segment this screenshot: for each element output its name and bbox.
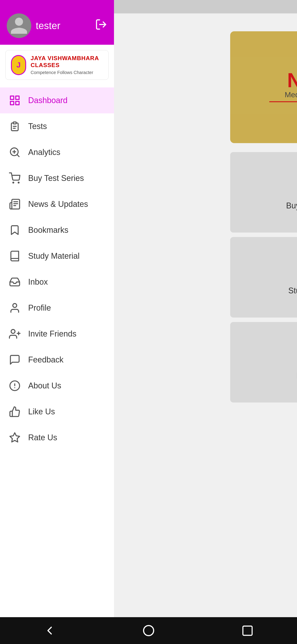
institute-tagline: Competence Follows Character: [31, 70, 103, 75]
feedback-card[interactable]: Feedback: [230, 322, 297, 402]
institute-logo: J: [11, 55, 26, 75]
svg-rect-14: [13, 122, 16, 124]
study-material-menu-icon: [8, 249, 21, 263]
buy-test-series-label: Buy Test Series: [286, 201, 297, 210]
banner-subtitle: Medical Entrance: [269, 90, 297, 99]
sidebar-item-bookmarks[interactable]: Bookmarks: [0, 217, 114, 243]
sidebar-item-dashboard[interactable]: Dashboard: [0, 88, 114, 113]
sidebar-item-feedback[interactable]: Feedback: [0, 347, 114, 373]
institute-banner: J JAYA VISHWAMBHARA CLASSES Competence F…: [5, 50, 109, 80]
cart-menu-icon: [8, 172, 21, 185]
buy-test-series-card[interactable]: Buy Test Series: [230, 152, 297, 232]
svg-point-25: [11, 330, 15, 334]
logout-button[interactable]: [95, 18, 107, 33]
sidebar-item-invite-friends[interactable]: Invite Friends: [0, 321, 114, 347]
rate-us-label: Rate Us: [28, 433, 57, 442]
home-button[interactable]: [140, 622, 158, 640]
svg-rect-34: [243, 626, 252, 635]
dashboard-icon: [8, 94, 21, 107]
analytics-label: Analytics: [28, 148, 60, 157]
sidebar-item-news-updates[interactable]: News & Updates: [0, 191, 114, 217]
feedback-menu-icon: [8, 353, 21, 366]
buy-test-series-menu-label: Buy Test Series: [28, 174, 84, 183]
sidebar-item-study-material[interactable]: Study Material: [0, 243, 114, 269]
institute-name: JAYA VISHWAMBHARA CLASSES: [31, 55, 103, 69]
dashboard-label: Dashboard: [28, 96, 67, 105]
sidebar-item-rate-us[interactable]: Rate Us: [0, 425, 114, 450]
tests-icon: [8, 120, 21, 133]
svg-point-24: [13, 304, 16, 308]
svg-rect-11: [16, 96, 19, 100]
invite-friends-label: Invite Friends: [28, 329, 76, 338]
analytics-icon: [8, 146, 21, 159]
recents-button[interactable]: [239, 622, 257, 640]
news-updates-label: News & Updates: [28, 200, 88, 209]
like-us-icon: [8, 405, 21, 418]
sidebar-item-tests[interactable]: Tests: [0, 113, 114, 139]
sidebar-item-profile[interactable]: Profile: [0, 295, 114, 321]
banner-title: NEET: [269, 70, 297, 90]
svg-point-33: [143, 626, 154, 636]
banner-card: NEET Medical Entrance: [230, 31, 297, 143]
study-material-label: Study Material: [288, 286, 297, 296]
sidebar-item-inbox[interactable]: Inbox: [0, 269, 114, 295]
navigation-drawer: tester J JAYA VISHWAMBHARA CLASSES Compe…: [0, 0, 114, 644]
about-us-label: About Us: [28, 381, 61, 390]
drawer-header: tester: [0, 0, 114, 45]
main-content-background: NEET Medical Entrance Buy Test Series: [114, 14, 297, 644]
tests-label: Tests: [28, 122, 47, 131]
svg-rect-12: [10, 101, 14, 105]
svg-marker-31: [10, 433, 19, 442]
about-us-icon: [8, 379, 21, 392]
study-material-card[interactable]: Study Material: [230, 237, 297, 318]
rate-us-icon: [8, 431, 21, 444]
svg-line-16: [17, 154, 19, 156]
back-button[interactable]: [41, 622, 58, 640]
study-material-menu-label: Study Material: [28, 251, 79, 261]
svg-point-19: [13, 182, 14, 183]
username: tester: [36, 20, 60, 31]
avatar: [7, 14, 31, 38]
svg-rect-10: [10, 96, 14, 100]
profile-icon: [8, 301, 21, 314]
feedback-menu-label: Feedback: [28, 355, 63, 364]
like-us-label: Like Us: [28, 407, 55, 416]
sidebar-item-analytics[interactable]: Analytics: [0, 139, 114, 165]
svg-rect-13: [16, 101, 19, 105]
sidebar-item-buy-test-series[interactable]: Buy Test Series: [0, 165, 114, 191]
profile-label: Profile: [28, 303, 51, 312]
sidebar-item-about-us[interactable]: About Us: [0, 373, 114, 399]
news-icon: [8, 198, 21, 211]
institute-info: JAYA VISHWAMBHARA CLASSES Competence Fol…: [31, 55, 103, 75]
bookmarks-label: Bookmarks: [28, 226, 68, 235]
sidebar-item-like-us[interactable]: Like Us: [0, 399, 114, 425]
invite-friends-icon: [8, 327, 21, 340]
user-info: tester: [7, 14, 60, 38]
menu-list: Dashboard Tests: [0, 85, 114, 620]
inbox-label: Inbox: [28, 277, 48, 287]
inbox-icon: [8, 275, 21, 289]
svg-point-20: [18, 182, 19, 183]
android-nav-bar: [0, 617, 297, 644]
bookmark-icon: [8, 224, 21, 237]
